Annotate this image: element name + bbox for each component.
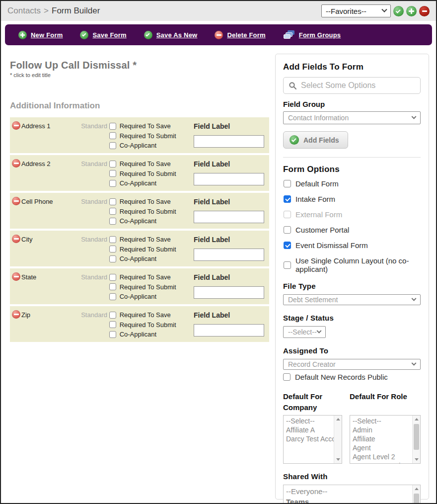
default-for-role-listbox[interactable]: --Select-- Admin Affiliate Agent Agent L… bbox=[350, 415, 421, 464]
apply-favorite-icon[interactable] bbox=[393, 6, 404, 16]
required-to-save-checkbox[interactable]: Required To Save bbox=[109, 235, 185, 245]
co-applicant-checkbox[interactable]: Co-Applicant bbox=[109, 216, 185, 226]
list-option-group[interactable]: Teams bbox=[284, 497, 412, 504]
remove-field-icon[interactable] bbox=[12, 159, 20, 168]
list-option[interactable]: --Select-- bbox=[284, 417, 334, 425]
scroll-up-icon[interactable] bbox=[334, 416, 342, 423]
save-form-label[interactable]: Save Form bbox=[92, 31, 126, 39]
default-for-company-listbox[interactable]: --Select-- Affiliate A Darcy Test Accou bbox=[283, 415, 342, 464]
co-applicant-checkbox[interactable]: Co-Applicant bbox=[109, 292, 185, 302]
scrollbar[interactable] bbox=[412, 485, 420, 504]
option-default-form[interactable]: Default Form bbox=[284, 179, 421, 188]
remove-field-icon[interactable] bbox=[12, 310, 20, 319]
new-form-label[interactable]: New Form bbox=[31, 31, 63, 39]
checkbox-checked-icon[interactable] bbox=[284, 242, 291, 249]
list-option[interactable]: --Select-- bbox=[350, 417, 412, 425]
remove-field-icon[interactable] bbox=[12, 197, 20, 205]
field-search-box[interactable] bbox=[283, 77, 421, 94]
add-fields-button[interactable]: Add Fields bbox=[283, 131, 348, 149]
list-option[interactable]: Admin bbox=[350, 425, 412, 434]
checkbox-icon[interactable] bbox=[109, 142, 116, 149]
checkbox-icon[interactable] bbox=[109, 283, 116, 290]
checkbox-icon[interactable] bbox=[109, 123, 116, 130]
list-option[interactable]: Agent Level 2 bbox=[350, 452, 412, 461]
checkbox-icon[interactable] bbox=[109, 218, 116, 225]
required-to-save-checkbox[interactable]: Required To Save bbox=[109, 310, 185, 320]
checkbox-icon[interactable] bbox=[109, 170, 116, 177]
remove-field-icon[interactable] bbox=[12, 121, 20, 130]
checkbox-icon[interactable] bbox=[283, 373, 291, 381]
checkbox-icon[interactable] bbox=[109, 312, 116, 319]
delete-form-label[interactable]: Delete Form bbox=[227, 31, 265, 39]
checkbox-icon[interactable] bbox=[109, 331, 116, 338]
co-applicant-checkbox[interactable]: Co-Applicant bbox=[109, 330, 185, 339]
required-to-save-checkbox[interactable]: Required To Save bbox=[109, 159, 185, 169]
required-to-save-checkbox[interactable]: Required To Save bbox=[109, 197, 185, 207]
checkbox-icon[interactable] bbox=[109, 255, 116, 262]
required-to-save-checkbox[interactable]: Required To Save bbox=[109, 121, 185, 131]
checkbox-icon[interactable] bbox=[284, 226, 291, 234]
required-to-submit-checkbox[interactable]: Required To Submit bbox=[109, 320, 185, 330]
default-new-records-public-checkbox[interactable]: Default New Records Public bbox=[283, 373, 421, 381]
scroll-up-icon[interactable] bbox=[413, 485, 420, 493]
required-to-submit-checkbox[interactable]: Required To Submit bbox=[109, 282, 185, 292]
list-option[interactable]: Customer Service bbox=[350, 461, 412, 463]
list-option[interactable]: Affiliate A bbox=[284, 425, 334, 434]
form-groups-label[interactable]: Form Groups bbox=[299, 31, 341, 39]
checkbox-icon[interactable] bbox=[109, 293, 116, 300]
required-to-submit-checkbox[interactable]: Required To Submit bbox=[109, 207, 185, 217]
option-customer-portal[interactable]: Customer Portal bbox=[284, 226, 421, 234]
checkbox-icon[interactable] bbox=[284, 180, 291, 187]
list-option[interactable]: Agent bbox=[350, 443, 412, 452]
option-single-column-layout[interactable]: Use Single Column Layout (no co- applica… bbox=[284, 256, 421, 273]
remove-field-icon[interactable] bbox=[12, 235, 20, 243]
save-as-new-label[interactable]: Save As New bbox=[156, 31, 198, 39]
checkbox-icon[interactable] bbox=[284, 261, 291, 269]
checkbox-icon[interactable] bbox=[109, 180, 116, 187]
favorites-dropdown[interactable]: --Favorites-- bbox=[321, 4, 391, 17]
shared-with-listbox[interactable]: --Everyone-- Teams Parent Company Affili… bbox=[283, 485, 421, 504]
required-to-save-checkbox[interactable]: Required To Save bbox=[109, 272, 185, 282]
checkbox-icon[interactable] bbox=[109, 161, 116, 168]
field-label-input[interactable] bbox=[194, 286, 264, 299]
option-event-dismissal-form[interactable]: Event Dismissal Form bbox=[284, 241, 421, 250]
required-to-submit-checkbox[interactable]: Required To Submit bbox=[109, 169, 185, 179]
scroll-down-icon[interactable] bbox=[413, 456, 420, 463]
scrollbar[interactable] bbox=[412, 416, 420, 463]
field-label-input[interactable] bbox=[194, 135, 264, 148]
add-favorite-icon[interactable] bbox=[406, 6, 417, 16]
form-groups-button[interactable]: Form Groups bbox=[283, 30, 341, 40]
remove-favorite-icon[interactable] bbox=[419, 6, 430, 16]
field-label-input[interactable] bbox=[194, 211, 264, 223]
co-applicant-checkbox[interactable]: Co-Applicant bbox=[109, 178, 185, 188]
assigned-to-select[interactable]: Record Creator bbox=[283, 359, 421, 370]
form-title[interactable]: Follow Up Call Dismissal * bbox=[10, 60, 269, 71]
stage-status-select[interactable]: --Select-- bbox=[283, 326, 326, 338]
required-to-submit-checkbox[interactable]: Required To Submit bbox=[109, 245, 185, 254]
breadcrumb-contacts[interactable]: Contacts bbox=[7, 6, 41, 16]
checkbox-icon[interactable] bbox=[109, 132, 116, 139]
list-option[interactable]: --Everyone-- bbox=[284, 486, 412, 497]
co-applicant-checkbox[interactable]: Co-Applicant bbox=[109, 254, 185, 264]
field-label-input[interactable] bbox=[194, 173, 264, 185]
checkbox-icon[interactable] bbox=[109, 198, 116, 205]
checkbox-checked-icon[interactable] bbox=[284, 195, 291, 203]
checkbox-icon[interactable] bbox=[109, 208, 116, 215]
checkbox-icon[interactable] bbox=[109, 246, 116, 252]
list-option[interactable]: Darcy Test Accou bbox=[284, 434, 334, 443]
field-group-select[interactable]: Contact Information bbox=[283, 111, 421, 124]
scrollbar[interactable] bbox=[334, 416, 342, 463]
delete-form-button[interactable]: Delete Form bbox=[215, 31, 265, 39]
file-type-select[interactable]: Debt Settlement bbox=[283, 294, 421, 305]
save-as-new-button[interactable]: Save As New bbox=[144, 31, 198, 39]
checkbox-icon[interactable] bbox=[109, 321, 116, 328]
new-form-button[interactable]: New Form bbox=[18, 31, 63, 39]
field-search-input[interactable] bbox=[301, 81, 415, 90]
scroll-down-icon[interactable] bbox=[334, 456, 342, 463]
required-to-submit-checkbox[interactable]: Required To Submit bbox=[109, 131, 185, 141]
checkbox-icon[interactable] bbox=[109, 236, 116, 243]
scrollbar-thumb[interactable] bbox=[414, 494, 419, 504]
co-applicant-checkbox[interactable]: Co-Applicant bbox=[109, 141, 185, 151]
scroll-up-icon[interactable] bbox=[413, 416, 420, 423]
field-label-input[interactable] bbox=[194, 324, 264, 336]
